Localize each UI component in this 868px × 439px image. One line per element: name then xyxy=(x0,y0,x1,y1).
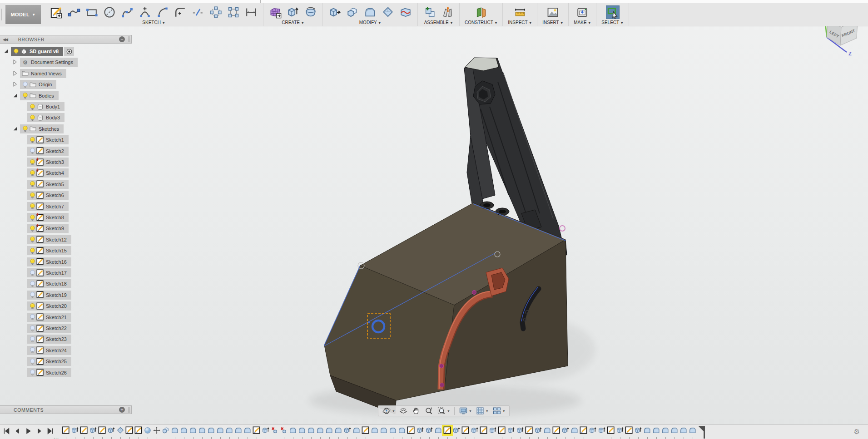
browser-grip[interactable] xyxy=(129,36,129,42)
rectangular-pattern-icon[interactable] xyxy=(227,5,240,19)
timeline-feature-sketch[interactable] xyxy=(552,426,560,434)
insert-image-icon[interactable] xyxy=(546,5,560,19)
zoom-icon[interactable] xyxy=(422,406,435,415)
timeline-feature-fillet[interactable] xyxy=(289,426,297,434)
browser-item-sketch18[interactable]: Sketch18 xyxy=(27,279,71,288)
timeline-feature-extrude[interactable] xyxy=(452,426,461,434)
timeline-step-forward-button[interactable] xyxy=(35,427,43,435)
combine-icon[interactable] xyxy=(346,5,359,19)
timeline-feature-fillet[interactable] xyxy=(198,426,206,434)
arc-3point-icon[interactable] xyxy=(138,5,152,19)
browser-item-sketches[interactable]: Sketches xyxy=(12,124,64,133)
timeline-feature-fillet[interactable] xyxy=(643,426,651,434)
new-component-icon[interactable] xyxy=(423,5,436,19)
toolbar-section-label[interactable]: SKETCH ▼ xyxy=(142,20,165,25)
visibility-bulb-icon-on[interactable] xyxy=(29,103,36,111)
circular-pattern-icon[interactable] xyxy=(209,5,223,19)
fillet-icon[interactable] xyxy=(363,5,377,19)
browser-item-sketch26[interactable]: Sketch26 xyxy=(27,368,71,377)
split-body-icon[interactable] xyxy=(399,5,412,19)
timeline-feature-fillet[interactable] xyxy=(352,426,361,434)
timeline-feature-fillet[interactable] xyxy=(298,426,306,434)
timeline-play-button[interactable] xyxy=(25,427,32,435)
fit-point-spline-icon[interactable] xyxy=(67,5,81,19)
select-icon[interactable] xyxy=(606,5,620,19)
timeline-feature-extrude[interactable] xyxy=(89,426,97,434)
sketch-fillet-icon[interactable] xyxy=(174,5,187,19)
timeline-feature-fillet[interactable] xyxy=(661,426,670,434)
visibility-bulb-icon-on[interactable] xyxy=(21,125,29,133)
timeline-feature-fillet[interactable] xyxy=(543,426,551,434)
toolbar-section-label[interactable]: SELECT ▼ xyxy=(601,20,623,25)
timeline-feature-sketch[interactable] xyxy=(407,426,415,434)
timeline-feature-fillet[interactable] xyxy=(225,426,233,434)
timeline-feature-sketch[interactable] xyxy=(580,426,588,434)
timeline-feature-sketch[interactable] xyxy=(134,426,143,434)
timeline-settings-gear-icon[interactable]: ⚙ xyxy=(854,428,860,436)
timeline-feature-fillet[interactable] xyxy=(670,426,679,434)
timeline-feature-extrude[interactable] xyxy=(634,426,642,434)
toolbar-section-label[interactable]: INSERT ▼ xyxy=(542,20,563,25)
orbit-icon[interactable]: ▼ xyxy=(380,406,397,415)
browser-item-sketch25[interactable]: Sketch25 xyxy=(27,357,71,366)
collapse-panel-icon[interactable]: ◀◀ xyxy=(3,37,7,42)
timeline-feature-extrude[interactable] xyxy=(343,426,352,434)
collapse-triangle-icon[interactable] xyxy=(12,125,19,133)
zoom-window-icon[interactable]: ▼ xyxy=(435,406,452,415)
browser-item-sketch21[interactable]: Sketch21 xyxy=(27,313,71,322)
browser-item-sketch2[interactable]: Sketch2 xyxy=(27,147,69,156)
expand-triangle-icon[interactable] xyxy=(12,81,19,88)
visibility-bulb-icon-off[interactable] xyxy=(21,81,29,89)
timeline-feature-extrude[interactable] xyxy=(616,426,624,434)
visibility-bulb-icon-on[interactable] xyxy=(21,92,29,99)
joint-icon[interactable] xyxy=(441,5,454,19)
timeline-go-to-end-button[interactable] xyxy=(46,427,54,435)
timeline-feature-extrude[interactable] xyxy=(425,426,433,434)
revolve-icon[interactable] xyxy=(304,5,317,19)
toolbar-section-label[interactable]: INSPECT ▼ xyxy=(508,20,532,25)
visibility-bulb-icon-off[interactable] xyxy=(29,313,36,321)
visibility-bulb-icon-on[interactable] xyxy=(29,114,36,122)
timeline-feature-fillet[interactable] xyxy=(234,426,243,434)
expand-triangle-icon[interactable] xyxy=(12,59,19,66)
timeline-feature-extrude[interactable] xyxy=(507,426,515,434)
timeline-position-marker[interactable] xyxy=(699,426,705,439)
timeline-feature-fillet[interactable] xyxy=(680,426,688,434)
circle-icon[interactable] xyxy=(103,5,116,19)
timeline-feature-chamfer[interactable] xyxy=(116,426,124,434)
browser-item-named-views[interactable]: Named Views xyxy=(12,69,66,78)
visibility-bulb-icon-off[interactable] xyxy=(29,358,36,365)
browser-item-sketch15[interactable]: Sketch15 xyxy=(27,246,71,255)
sketch-dimension-icon[interactable] xyxy=(244,5,258,19)
spline-icon[interactable] xyxy=(120,5,134,19)
browser-item-sketch5[interactable]: Sketch5 xyxy=(27,180,69,189)
3d-print-icon[interactable] xyxy=(575,5,589,19)
browser-item-sketch7[interactable]: Sketch7 xyxy=(27,202,69,211)
browser-item-bodies[interactable]: Bodies xyxy=(12,91,59,100)
timeline-feature-delete[interactable] xyxy=(280,426,288,434)
browser-item-sketch23[interactable]: Sketch23 xyxy=(27,335,71,344)
create-form-icon[interactable] xyxy=(268,5,282,19)
toolbar-section-label[interactable]: CONSTRUCT ▼ xyxy=(465,20,497,25)
create-sketch-icon[interactable] xyxy=(50,5,63,19)
timeline-feature-combine[interactable] xyxy=(162,426,170,434)
timeline-feature-fillet[interactable] xyxy=(371,426,379,434)
model-3d-viewport[interactable] xyxy=(0,0,868,439)
toolbar-section-label[interactable]: CREATE ▼ xyxy=(282,20,304,25)
browser-item-body1[interactable]: Body1 xyxy=(27,102,64,111)
timeline-collapsed-indicator[interactable]: ... xyxy=(54,434,59,439)
browser-item-sketch19[interactable]: Sketch19 xyxy=(27,291,71,300)
visibility-bulb-icon-on[interactable] xyxy=(29,192,36,199)
visibility-bulb-icon-on[interactable] xyxy=(12,48,20,55)
timeline-feature-extrude[interactable] xyxy=(561,426,570,434)
timeline-feature-extrude[interactable] xyxy=(589,426,597,434)
timeline-feature-sphere[interactable] xyxy=(144,426,152,434)
chamfer-icon[interactable] xyxy=(381,5,395,19)
browser-item-sketch4[interactable]: Sketch4 xyxy=(27,168,69,178)
timeline-feature-fillet[interactable] xyxy=(334,426,342,434)
arc-icon[interactable] xyxy=(156,5,169,19)
visibility-bulb-icon-on[interactable] xyxy=(29,258,36,266)
visibility-bulb-icon-off[interactable] xyxy=(29,325,36,332)
browser-item-sketch6[interactable]: Sketch6 xyxy=(27,191,69,200)
timeline-feature-sketch[interactable] xyxy=(625,426,633,434)
